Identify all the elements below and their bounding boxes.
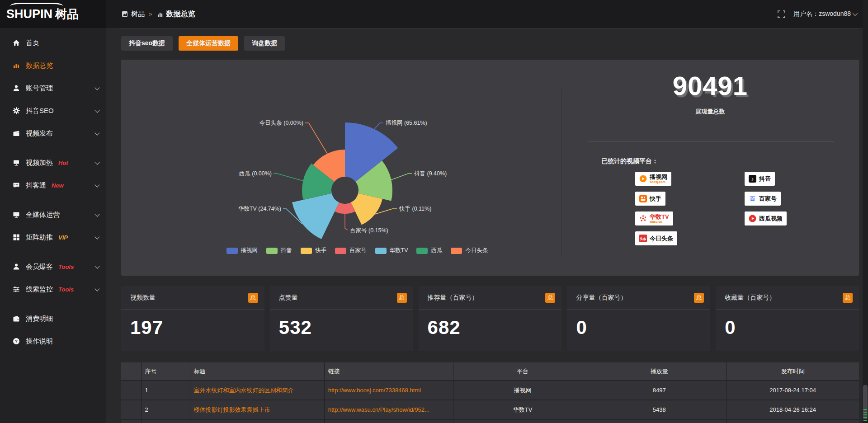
legend-label: 今日头条 <box>465 247 488 254</box>
platform-badge-西瓜视频[interactable]: 西瓜视频 <box>745 212 787 226</box>
stat-card-title: 收藏量（百家号） <box>725 294 775 302</box>
stat-card-header: 分享量（百家号） 总 <box>567 286 710 310</box>
column-header-发布时间: 发布时间 <box>726 362 859 381</box>
legend-label: 抖音 <box>281 247 292 254</box>
total-badge[interactable]: 总 <box>248 293 258 303</box>
stat-card-收藏量（百家号）: 收藏量（百家号） 总 0 <box>716 286 859 351</box>
platform-badge-抖音[interactable]: ♪抖音 <box>745 172 775 186</box>
rose-slice-label: 华数TV (24.74%) <box>238 206 281 212</box>
chevron-down-icon <box>94 286 99 291</box>
chevron-down-icon <box>94 108 99 113</box>
rose-slice-label: 今日头条 (0.00%) <box>259 120 303 126</box>
monitor-icon <box>12 211 20 218</box>
tab-全媒体运营数据[interactable]: 全媒体运营数据 <box>179 36 238 51</box>
sidebar-item-视频发布[interactable]: 视频发布 <box>0 122 106 145</box>
sidebar-item-账号管理[interactable]: 账号管理 <box>0 77 106 99</box>
app-root: SHUPIN 树品 首页 数据总览 账号管理 抖音SEO 视频发布 视频加热 H… <box>0 0 868 423</box>
sidebar-item-消费明细[interactable]: 消费明细 <box>0 307 106 330</box>
sidebar-item-badge: VIP <box>58 234 68 241</box>
cell-title[interactable]: 室外水纹灯和室内水纹灯的区别和简介 <box>190 381 324 400</box>
platform-badge-label: 西瓜视频 <box>759 216 783 221</box>
sidebar: SHUPIN 树品 首页 数据总览 账号管理 抖音SEO 视频发布 视频加热 H… <box>0 0 106 423</box>
legend-item-播视网[interactable]: 播视网 <box>226 247 258 254</box>
stat-card-value: 532 <box>279 317 312 338</box>
sidebar-item-数据总览[interactable]: 数据总览 <box>0 54 106 77</box>
grid-icon <box>12 234 20 241</box>
clapper-icon <box>12 130 20 137</box>
user-menu[interactable]: 用户名：zswodun88 <box>793 10 856 18</box>
user-icon <box>12 263 20 270</box>
legend-item-华数TV[interactable]: 华数TV <box>375 247 408 254</box>
sidebar-item-矩阵助推[interactable]: 矩阵助推 VIP <box>0 226 106 249</box>
platform-badge-快手[interactable]: 快手 <box>635 192 665 206</box>
tab-抖音seo数据[interactable]: 抖音seo数据 <box>121 36 173 51</box>
cell-time: 2017-08-24 17:04 <box>726 381 859 400</box>
sidebar-item-抖音SEO[interactable]: 抖音SEO <box>0 99 106 122</box>
legend-item-西瓜[interactable]: 西瓜 <box>416 247 442 254</box>
legend-item-百家号[interactable]: 百家号 <box>335 247 367 254</box>
sidebar-item-抖客通[interactable]: 抖客通 New <box>0 174 106 197</box>
legend-item-抖音[interactable]: 抖音 <box>266 247 292 254</box>
app-icon <box>121 10 128 18</box>
rose-slice-快手[interactable] <box>351 193 382 225</box>
breadcrumb-item[interactable]: 数据总览 <box>156 9 195 19</box>
svg-text:?: ? <box>15 338 18 343</box>
total-badge[interactable]: 总 <box>843 293 853 303</box>
total-badge[interactable]: 总 <box>397 293 407 303</box>
platform-badge-sub: boosj.com <box>650 180 667 183</box>
breadcrumb-item[interactable]: 树品 <box>121 10 145 19</box>
legend-item-快手[interactable]: 快手 <box>301 247 326 254</box>
shupin-logo[interactable]: SHUPIN 树品 <box>0 0 106 28</box>
stat-card-header: 收藏量（百家号） 总 <box>716 286 859 310</box>
sidebar-item-操作说明[interactable]: ? 操作说明 <box>0 330 106 352</box>
row-select-cell <box>121 400 141 419</box>
question-circle-icon: ? <box>12 338 20 345</box>
gear-icon <box>12 107 20 114</box>
stat-card-header: 推荐量（百家号） 总 <box>419 286 562 310</box>
sidebar-item-全媒体运营[interactable]: 全媒体运营 <box>0 203 106 226</box>
platform-badge-今日头条[interactable]: 头条今日头条 <box>635 231 677 245</box>
bar-chart-icon <box>12 62 20 69</box>
legend-label: 百家号 <box>349 247 367 254</box>
column-header-播放量: 播放量 <box>592 362 726 381</box>
legend-swatch <box>301 248 312 254</box>
legend-swatch <box>266 248 278 254</box>
rose-slice-华数TV[interactable] <box>292 193 339 239</box>
total-badge[interactable]: 总 <box>694 293 704 303</box>
chevron-down-icon <box>94 182 99 187</box>
sidebar-item-首页[interactable]: 首页 <box>0 32 106 54</box>
sidebar-item-label: 矩阵助推 <box>26 233 53 242</box>
sliders-icon <box>12 286 20 293</box>
cell-plays: 5438 <box>592 400 726 419</box>
platform-badge-百家号[interactable]: 百百家号 <box>745 192 781 206</box>
chevron-down-icon <box>94 85 99 90</box>
fullscreen-icon[interactable] <box>778 10 785 18</box>
sidebar-item-视频加热[interactable]: 视频加热 Hot <box>0 151 106 174</box>
sidebar-item-badge: Hot <box>58 160 68 166</box>
sidebar-item-线索监控[interactable]: 线索监控 Tools <box>0 278 106 301</box>
breadcrumb-label: 数据总览 <box>166 9 195 19</box>
sidebar-item-badge: Tools <box>58 263 74 270</box>
sidebar-item-会员爆客[interactable]: 会员爆客 Tools <box>0 255 106 278</box>
overview-panel: 播视网 (65.61%)抖音 (9.40%)快手 (0.11%)百家号 (0.1… <box>121 60 859 276</box>
legend-label: 华数TV <box>390 247 408 254</box>
stat-card-value: 0 <box>576 317 587 338</box>
cell-title[interactable]: 楼体投影灯投影效果震撼上市 <box>190 400 324 419</box>
tab-询盘数据[interactable]: 询盘数据 <box>244 36 285 51</box>
platform-badge-播视网[interactable]: 播视网boosj.com <box>635 172 671 186</box>
label-leader-line <box>305 123 327 154</box>
select-all-header <box>121 362 141 381</box>
total-badge[interactable]: 总 <box>545 293 555 303</box>
legend-item-今日头条[interactable]: 今日头条 <box>451 247 488 254</box>
sidebar-item-label: 视频发布 <box>26 129 53 138</box>
page-scrollbar[interactable] <box>863 0 868 423</box>
cell-link[interactable]: http://www.boosj.com/7338468.html <box>324 381 453 400</box>
stat-card-value: 682 <box>428 317 461 338</box>
logo-arc-decoration <box>10 3 63 10</box>
cell-link[interactable]: http://www.wasu.cn/Play/show/id/952... <box>324 400 453 419</box>
platform-badge-华数TV[interactable]: 华数TVwasu.cn <box>635 212 673 226</box>
sidebar-divider <box>7 252 99 252</box>
sidebar-item-label: 线索监控 <box>26 285 53 294</box>
table-row: 1 室外水纹灯和室内水纹灯的区别和简介 http://www.boosj.com… <box>121 381 859 400</box>
rose-pie-chart[interactable]: 播视网 (65.61%)抖音 (9.40%)快手 (0.11%)百家号 (0.1… <box>121 60 561 276</box>
